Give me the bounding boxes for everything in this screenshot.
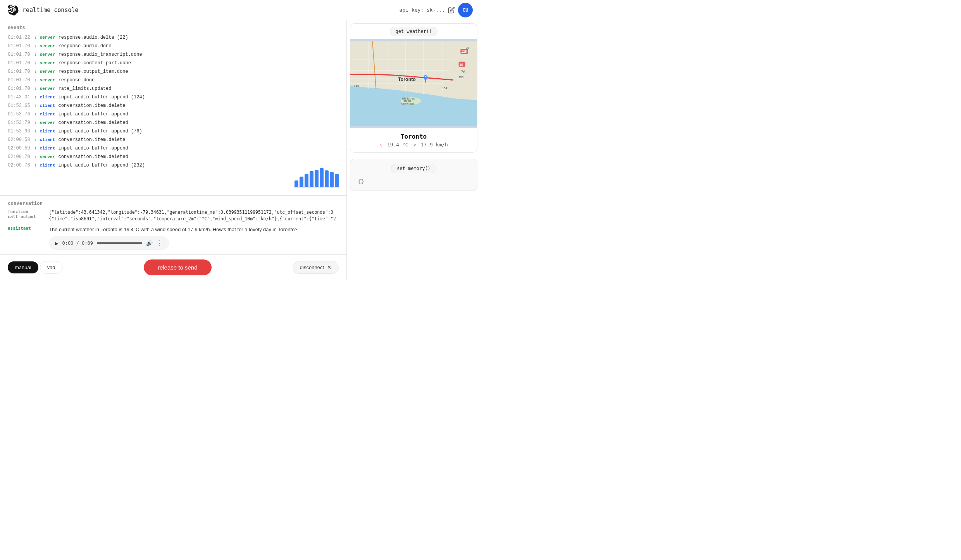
- play-button[interactable]: ▶: [55, 240, 58, 246]
- header-right: api key: sk-... CU: [400, 3, 473, 17]
- edit-icon[interactable]: [448, 7, 455, 14]
- event-time: 01:53.76: [8, 111, 31, 118]
- audio-baseline: [294, 187, 339, 187]
- manual-button[interactable]: manual: [8, 261, 38, 273]
- svg-text:7A: 7A: [461, 70, 465, 74]
- get-weather-header: get_weather(): [350, 24, 477, 39]
- event-name: conversation.item.deleted: [59, 119, 128, 126]
- event-source: server: [40, 34, 55, 41]
- volume-icon[interactable]: 🔊: [146, 240, 153, 246]
- set-memory-badge: set_memory(): [391, 164, 436, 173]
- get-weather-badge: get_weather(): [390, 27, 438, 36]
- table-row: 01:01.70 ↓ server response.content_part.…: [8, 59, 339, 67]
- event-name: input_audio_buffer.append (76): [59, 128, 142, 135]
- conv-role-assistant: assistant: [8, 226, 43, 234]
- event-time: 02:00.59: [8, 145, 31, 152]
- event-time: 01:01.70: [8, 68, 31, 75]
- conversation-section: conversation function call output {"lati…: [0, 196, 346, 254]
- event-direction-icon: ↓: [34, 120, 37, 126]
- event-source: server: [40, 69, 55, 75]
- table-row: 02:00.58 ↑ client conversation.item.dele…: [8, 136, 339, 144]
- temp-icon: ↘: [379, 142, 382, 148]
- conv-row-assistant: assistant The current weather in Toronto…: [8, 226, 339, 234]
- audio-bar: [325, 170, 329, 187]
- svg-text:149: 149: [354, 84, 359, 88]
- conv-content-function-2: {"time":"iso8601","interval":"seconds","…: [49, 216, 339, 222]
- table-row: 01:01.70 ↓ server response.done: [8, 76, 339, 84]
- event-name: response.output_item.done: [59, 68, 128, 75]
- audio-bar: [335, 174, 339, 187]
- disconnect-label: disconnect: [300, 265, 324, 270]
- disconnect-button[interactable]: disconnect ✕: [293, 261, 339, 274]
- event-source: client: [40, 128, 55, 135]
- event-name: response.content_part.done: [59, 60, 131, 67]
- event-source: client: [40, 137, 55, 143]
- conv-role-function: function call output: [8, 209, 43, 223]
- event-time: 01:43.01: [8, 94, 31, 101]
- audio-progress-bar[interactable]: [97, 242, 142, 244]
- event-time: 01:01.22: [8, 34, 31, 41]
- event-direction-icon: ↓: [34, 34, 37, 41]
- event-name: conversation.item.delete: [59, 136, 126, 143]
- vad-button[interactable]: vad: [40, 261, 63, 274]
- table-row: 02:00.76 ↑ client input_audio_buffer.app…: [8, 161, 339, 170]
- openai-logo: [8, 5, 19, 15]
- table-row: 01:01.70 ↓ server response.output_item.d…: [8, 67, 339, 76]
- memory-body: {}: [355, 177, 472, 186]
- left-panel: events 01:01.22 ↓ server response.audio.…: [0, 20, 347, 280]
- event-name: response.audio_transcript.done: [59, 51, 142, 58]
- city-name: Toronto: [356, 133, 471, 140]
- temperature: 19.4 °C: [387, 142, 408, 148]
- event-direction-icon: ↓: [34, 43, 37, 50]
- event-time: 01:01.70: [8, 77, 31, 84]
- disconnect-x-icon: ✕: [327, 265, 331, 270]
- wind-speed: 17.9 km/h: [421, 142, 448, 148]
- table-row: 01:53.79 ↓ server conversation.item.dele…: [8, 119, 339, 127]
- event-source: client: [40, 103, 55, 109]
- table-row: 02:00.59 ↑ client input_audio_buffer.app…: [8, 144, 339, 153]
- event-direction-icon: ↑: [34, 94, 37, 101]
- conv-content-assistant: The current weather in Toronto is 19.4°C…: [49, 226, 339, 234]
- svg-text:153: 153: [459, 76, 464, 79]
- audio-bar: [330, 172, 334, 187]
- release-to-send-button[interactable]: release to send: [144, 259, 212, 275]
- event-source: server: [40, 77, 55, 84]
- event-direction-icon: ↑: [34, 103, 37, 109]
- event-source: server: [40, 86, 55, 92]
- map-info: Toronto ↘ 19.4 °C ↗ 17.9 km/h: [350, 128, 477, 152]
- event-direction-icon: ↑: [34, 111, 37, 118]
- event-time: 01:53.79: [8, 119, 31, 126]
- event-direction-icon: ↓: [34, 154, 37, 160]
- event-name: response.audio.delta (22): [59, 34, 128, 41]
- memory-header: set_memory(): [355, 164, 472, 173]
- table-row: 01:53.76 ↑ client input_audio_buffer.app…: [8, 110, 339, 119]
- event-source: client: [40, 111, 55, 118]
- audio-player: ▶ 0:00 / 0:09 🔊 ⋮: [49, 236, 169, 250]
- event-direction-icon: ↓: [34, 86, 37, 92]
- svg-text:128: 128: [461, 50, 467, 53]
- event-name: conversation.item.delete: [59, 102, 126, 109]
- table-row: 01:01.22 ↓ server response.audio.delta (…: [8, 33, 339, 42]
- mode-buttons: manual vad: [8, 261, 63, 274]
- audio-visualization: [294, 168, 339, 187]
- more-options-icon[interactable]: ⋮: [157, 239, 163, 247]
- wind-icon: ↗: [413, 142, 416, 148]
- event-time: 02:00.70: [8, 153, 31, 160]
- event-direction-icon: ↑: [34, 137, 37, 143]
- event-direction-icon: ↓: [34, 52, 37, 58]
- map-svg: Toronto Billy Bishop Toronto City Airpor…: [350, 39, 477, 128]
- event-source: server: [40, 43, 55, 50]
- table-row: 01:01.70 ↓ server rate_limits.updated: [8, 84, 339, 93]
- event-source: server: [40, 154, 55, 160]
- event-time: 01:01.70: [8, 60, 31, 67]
- audio-bar: [310, 171, 313, 187]
- set-memory-card: set_memory() {}: [350, 159, 477, 191]
- event-name: input_audio_buffer.append (124): [59, 94, 145, 101]
- get-weather-card: get_weather(): [350, 23, 477, 153]
- table-row: 01:01.70 ↓ server response.audio_transcr…: [8, 50, 339, 59]
- event-name: response.audio.done: [59, 43, 112, 50]
- event-direction-icon: ↓: [34, 60, 37, 67]
- event-source: client: [40, 94, 55, 101]
- event-time: 02:00.76: [8, 162, 31, 169]
- svg-text:Toronto: Toronto: [398, 77, 416, 82]
